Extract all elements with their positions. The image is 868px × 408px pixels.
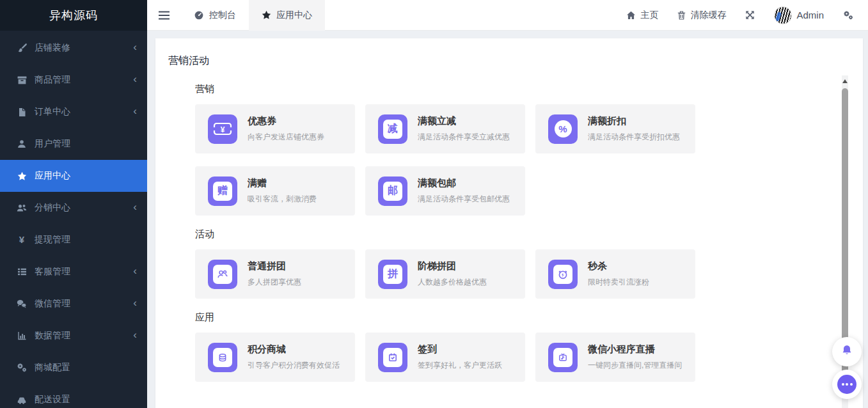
home-label: 主页 — [640, 10, 658, 21]
car-icon — [15, 395, 28, 404]
app-desc: 满足活动条件享受立减优惠 — [418, 132, 510, 143]
home-link[interactable]: 主页 — [617, 0, 668, 31]
app-card-discount[interactable]: % 满额折扣 满足活动条件享受折扣优惠 — [535, 104, 695, 153]
app-desc: 满足活动条件享受包邮优惠 — [418, 194, 510, 205]
app-card-gift[interactable]: 赠 满赠 吸引客流，刺激消费 — [195, 166, 355, 216]
app-title: 满额立减 — [418, 115, 510, 127]
trash-icon — [677, 11, 686, 20]
shipping-char-icon: 邮 — [378, 177, 407, 206]
sidebar-item-users[interactable]: 用户管理 — [0, 128, 147, 160]
group-icon — [208, 260, 237, 289]
clear-cache-link[interactable]: 清除缓存 — [668, 0, 736, 31]
tab-dashboard[interactable]: 控制台 — [181, 0, 249, 31]
chat-bubble-icon — [837, 375, 856, 394]
sidebar-item-shop-design[interactable]: 店铺装修 ‹ — [0, 32, 147, 64]
app-desc: 向客户发送店铺优惠券 — [248, 132, 324, 143]
app-title: 阶梯拼团 — [418, 260, 487, 272]
bar-chart-icon — [15, 331, 28, 340]
app-card-seckill[interactable]: 秒杀 限时特卖引流涨粉 — [535, 249, 695, 299]
calendar-check-icon — [378, 343, 407, 372]
app-card-group-buy[interactable]: 普通拼团 多人拼团享优惠 — [195, 249, 355, 299]
sidebar-item-mall-config[interactable]: 商城配置 — [0, 352, 147, 384]
chat-fab[interactable] — [832, 370, 862, 399]
top-navbar: 控制台 应用中心 主页 清除缓存 Admin — [147, 0, 868, 31]
settings-button[interactable] — [833, 0, 863, 31]
main-content: 营销活动 营销 ¥ 优惠券 向客户发送店铺优惠券 减 — [147, 31, 868, 408]
sidebar-item-label: 商品管理 — [35, 74, 70, 86]
sidebar-item-withdraw[interactable]: ¥ 提现管理 — [0, 224, 147, 256]
chevron-left-icon: ‹ — [133, 303, 137, 305]
app-card-coupon[interactable]: ¥ 优惠券 向客户发送店铺优惠券 — [195, 104, 355, 153]
app-desc: 一键同步直播间,管理直播间 — [588, 360, 682, 371]
dashboard-icon — [194, 10, 204, 20]
users-icon — [15, 203, 28, 212]
scrollbar-thumb[interactable] — [842, 88, 848, 380]
app-desc: 限时特卖引流涨粉 — [588, 277, 649, 288]
gears-icon — [15, 363, 28, 373]
hamburger-menu-icon[interactable] — [147, 0, 181, 31]
app-card-full-reduction[interactable]: 减 满额立减 满足活动条件享受立减优惠 — [365, 104, 525, 153]
app-title: 秒杀 — [588, 260, 649, 272]
reduction-char-icon: 减 — [378, 114, 407, 144]
file-icon — [15, 107, 28, 117]
chevron-left-icon: ‹ — [133, 47, 137, 49]
gears-icon — [843, 10, 853, 20]
app-grid-apps: 积分商城 引导客户积分消费有效促活 签到 签到享好礼，客户更活跃 — [195, 333, 700, 382]
chevron-left-icon: ‹ — [133, 271, 137, 273]
sidebar-item-data[interactable]: 数据管理 ‹ — [0, 320, 147, 352]
app-title: 满额折扣 — [588, 115, 680, 127]
app-title: 微信小程序直播 — [588, 343, 682, 356]
app-card-checkin[interactable]: 签到 签到享好礼，客户更活跃 — [365, 333, 525, 382]
sidebar-item-label: 配送设置 — [35, 394, 70, 405]
sidebar-item-goods[interactable]: 商品管理 ‹ — [0, 64, 147, 96]
app-title: 优惠券 — [248, 115, 324, 127]
svg-text:¥: ¥ — [221, 125, 225, 134]
app-card-ladder-group[interactable]: 拼 阶梯拼团 人数越多价格越优惠 — [365, 249, 525, 299]
sidebar-item-distribution[interactable]: 分销中心 ‹ — [0, 192, 147, 224]
user-menu[interactable]: Admin — [764, 0, 833, 31]
app-card-points-mall[interactable]: 积分商城 引导客户积分消费有效促活 — [195, 333, 355, 382]
sidebar: 异构源码 店铺装修 ‹ 商品管理 ‹ 订单中心 ‹ — [0, 0, 147, 408]
list-icon — [15, 267, 28, 276]
sidebar-item-label: 应用中心 — [35, 170, 70, 182]
chevron-left-icon: ‹ — [133, 111, 137, 113]
star-icon — [15, 171, 28, 181]
app-grid-activity: 普通拼团 多人拼团享优惠 拼 阶梯拼团 人数越多价格越优惠 — [195, 249, 700, 299]
sidebar-item-service[interactable]: 客服管理 ‹ — [0, 256, 147, 288]
app-desc: 人数越多价格越优惠 — [418, 277, 487, 288]
tab-app-center[interactable]: 应用中心 — [249, 0, 325, 31]
clear-cache-label: 清除缓存 — [690, 10, 726, 21]
sidebar-item-label: 客服管理 — [35, 266, 70, 278]
home-icon — [626, 11, 636, 20]
app-desc: 多人拼团享优惠 — [248, 277, 301, 288]
sidebar-item-app-center[interactable]: 应用中心 — [0, 160, 147, 192]
sidebar-item-wechat[interactable]: 微信管理 ‹ — [0, 288, 147, 320]
app-title: 签到 — [418, 343, 502, 356]
section-label-activity: 活动 — [195, 228, 850, 240]
section-label-marketing: 营销 — [195, 83, 850, 95]
app-desc: 引导客户积分消费有效促活 — [248, 360, 340, 371]
box-icon — [15, 75, 28, 85]
coupon-icon: ¥ — [208, 114, 237, 144]
sidebar-item-delivery[interactable]: 配送设置 — [0, 384, 147, 408]
fullscreen-button[interactable] — [736, 0, 764, 31]
coins-icon — [208, 343, 237, 372]
gift-char-icon: 赠 — [208, 177, 237, 206]
avatar — [774, 6, 792, 24]
section-label-apps: 应用 — [195, 311, 850, 324]
notification-fab[interactable] — [832, 337, 862, 366]
app-grid-marketing: ¥ 优惠券 向客户发送店铺优惠券 减 满额立减 满足活动条件享受立减优惠 — [195, 104, 700, 216]
app-card-free-shipping[interactable]: 邮 满额包邮 满足活动条件享受包邮优惠 — [365, 166, 525, 216]
sidebar-item-orders[interactable]: 订单中心 ‹ — [0, 96, 147, 128]
sidebar-menu: 店铺装修 ‹ 商品管理 ‹ 订单中心 ‹ 用户管理 — [0, 31, 147, 408]
yen-icon: ¥ — [15, 235, 28, 244]
sidebar-item-label: 微信管理 — [35, 298, 70, 310]
app-card-live[interactable]: 微信小程序直播 一键同步直播间,管理直播间 — [535, 333, 695, 382]
sidebar-item-label: 订单中心 — [35, 106, 70, 118]
wechat-icon — [15, 299, 28, 308]
app-desc: 满足活动条件享受折扣优惠 — [588, 132, 680, 143]
app-logo: 异构源码 — [0, 0, 147, 31]
app-desc: 签到享好礼，客户更活跃 — [418, 360, 502, 371]
scroll-up-arrow-icon[interactable] — [842, 79, 848, 83]
app-desc: 吸引客流，刺激消费 — [248, 194, 317, 205]
